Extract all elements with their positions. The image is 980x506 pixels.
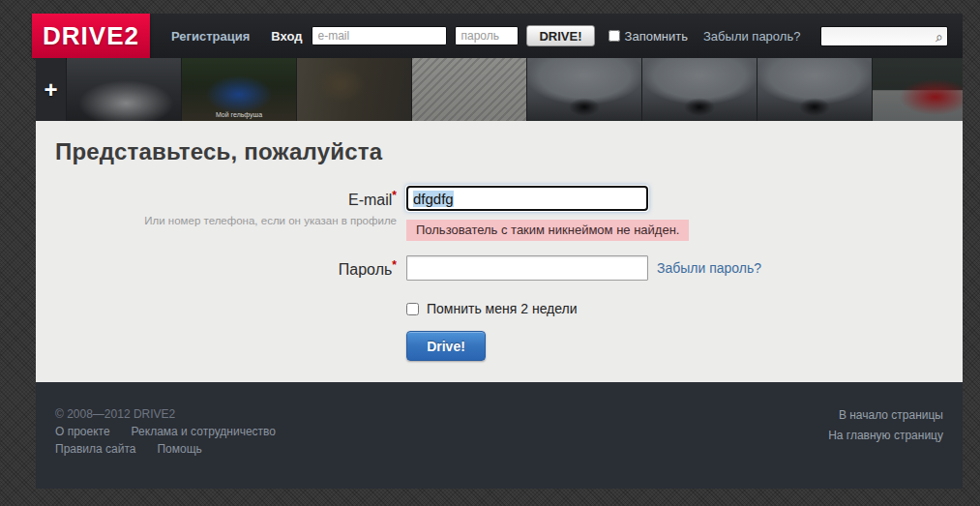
footer: © 2008—2012 DRIVE2 О проектеРеклама и со…	[36, 382, 963, 489]
error-message: Пользователь с таким никнеймом не найден…	[406, 220, 689, 241]
copyright-text: © 2008—2012 DRIVE2	[55, 405, 963, 423]
email-input[interactable]	[406, 186, 648, 211]
photo-thumbnail-4[interactable]	[412, 58, 526, 121]
top-email-input[interactable]	[312, 26, 447, 45]
top-remember-label: Запомнить	[625, 29, 688, 44]
top-drive-button[interactable]: DRIVE!	[526, 25, 594, 46]
page-title: Представьтесь, пожалуйста	[36, 121, 963, 165]
photo-strip: + Мой гельфуша	[36, 58, 963, 121]
required-asterisk: *	[392, 189, 397, 202]
photo-thumbnail-8[interactable]	[873, 58, 963, 121]
required-asterisk: *	[392, 258, 397, 272]
photo-thumbnail-7[interactable]	[757, 58, 872, 121]
login-label: Вход	[271, 29, 302, 44]
photo-thumbnail-5[interactable]	[527, 58, 641, 121]
photo-thumbnail-6[interactable]	[642, 58, 757, 121]
password-input[interactable]	[406, 255, 648, 281]
password-label: Пароль*	[339, 261, 397, 278]
remember-checkbox[interactable]	[406, 303, 419, 315]
photo-caption: Мой гельфуша	[182, 111, 296, 118]
forgot-password-link[interactable]: Забыли пароль?	[657, 260, 761, 276]
search-box: ⌕	[820, 26, 948, 46]
footer-link-top[interactable]: В начало страницы	[828, 405, 943, 426]
top-remember-checkbox[interactable]	[609, 30, 620, 42]
add-photo-tile[interactable]: +	[36, 58, 66, 121]
footer-link-rules[interactable]: Правила сайта	[55, 442, 135, 456]
drive-submit-button[interactable]: Drive!	[406, 331, 486, 361]
top-auth-bar: DRIVE2 Регистрация Вход DRIVE! Запомнить…	[36, 14, 963, 58]
page-container: DRIVE2 Регистрация Вход DRIVE! Запомнить…	[36, 14, 963, 489]
search-input[interactable]	[821, 27, 947, 45]
top-password-input[interactable]	[455, 26, 519, 45]
footer-link-help[interactable]: Помощь	[157, 442, 201, 456]
drive2-logo[interactable]: DRIVE2	[32, 14, 150, 58]
top-forgot-link[interactable]: Забыли пароль?	[703, 29, 800, 44]
photo-thumbnail-3[interactable]	[297, 58, 411, 121]
footer-link-about[interactable]: О проекте	[55, 425, 110, 438]
email-label: E-mail*	[348, 192, 397, 208]
photo-thumbnail-1[interactable]	[67, 58, 181, 121]
email-hint: Или номер телефона, если он указан в про…	[36, 215, 397, 226]
footer-link-home[interactable]: На главную страницу	[828, 426, 943, 446]
register-link[interactable]: Регистрация	[171, 29, 250, 44]
footer-link-ads[interactable]: Реклама и сотрудничество	[132, 425, 276, 438]
login-form: E-mail* Или номер телефона, если он указ…	[36, 186, 963, 361]
main-content: Представьтесь, пожалуйста E-mail* Или но…	[36, 121, 963, 382]
photo-thumbnail-2[interactable]: Мой гельфуша	[182, 58, 296, 121]
remember-label: Помнить меня 2 недели	[427, 301, 578, 316]
